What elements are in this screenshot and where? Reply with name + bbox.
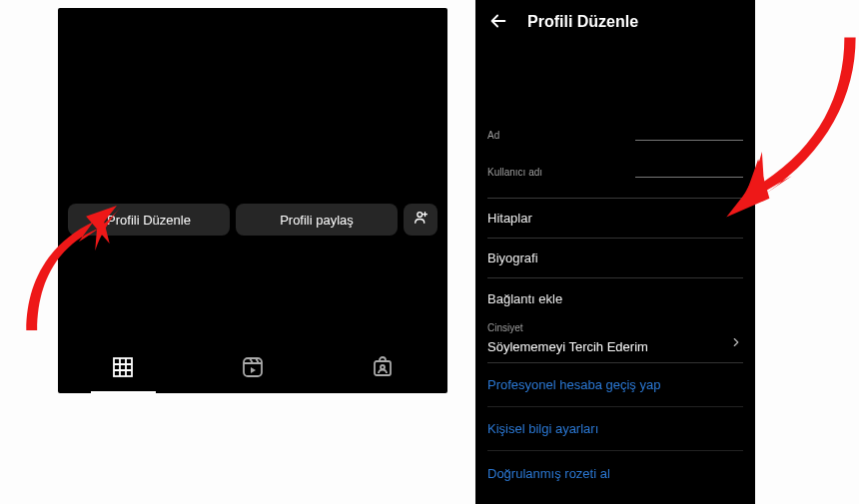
svg-rect-2 [244,358,262,376]
gender-value: Söylememeyi Tercih Ederim [487,339,648,354]
add-link-label: Bağlantı ekle [487,291,562,306]
back-arrow-icon[interactable] [487,10,509,35]
verified-badge-label: Doğrulanmış rozeti al [487,466,610,481]
personal-info-settings-link[interactable]: Kişisel bilgi ayarları [487,407,743,451]
gender-field-label: Cinsiyet [487,322,743,333]
svg-point-4 [381,365,385,369]
edit-profile-screen: Profili Düzenle Ad Kullanıcı adı Hitapla… [475,0,755,504]
grid-icon [111,355,135,383]
add-link-row[interactable]: Bağlantı ekle [487,278,743,318]
reels-icon [241,355,265,383]
edit-profile-label: Profili Düzenle [107,213,191,228]
edit-profile-header: Profili Düzenle [475,0,755,44]
edit-profile-body: Ad Kullanıcı adı Hitaplar Biyografi Bağl… [475,130,755,495]
chevron-right-icon [729,335,743,352]
name-field[interactable]: Ad [487,130,743,141]
svg-rect-1 [114,358,132,376]
personal-info-label: Kişisel bilgi ayarları [487,421,598,436]
share-profile-label: Profili paylaş [280,213,354,228]
tab-reels[interactable] [188,345,318,393]
add-person-icon [412,209,430,231]
discover-people-button[interactable] [404,204,437,236]
tab-tagged[interactable] [318,345,447,393]
bio-field[interactable]: Biyografi [487,239,743,278]
share-profile-button[interactable]: Profili paylaş [236,204,398,236]
svg-rect-3 [375,361,391,375]
svg-point-0 [418,213,423,218]
edit-profile-button[interactable]: Profili Düzenle [68,204,230,236]
tab-posts-grid[interactable] [58,345,188,393]
tagged-icon [371,355,395,383]
profile-tabs [58,345,447,393]
switch-pro-label: Profesyonel hesaba geçiş yap [487,377,660,392]
verified-badge-link[interactable]: Doğrulanmış rozeti al [487,451,743,495]
bio-label: Biyografi [487,251,538,265]
profile-action-row: Profili Düzenle Profili paylaş [68,204,437,236]
pronouns-label: Hitaplar [487,211,532,226]
pronouns-field[interactable]: Hitaplar [487,199,743,239]
switch-pro-account-link[interactable]: Profesyonel hesaba geçiş yap [487,363,743,407]
page-title: Profili Düzenle [527,13,638,31]
profile-screen: Profili Düzenle Profili paylaş [58,8,447,393]
gender-field[interactable]: Söylememeyi Tercih Ederim [487,333,743,363]
username-field[interactable]: Kullanıcı adı [487,167,743,178]
